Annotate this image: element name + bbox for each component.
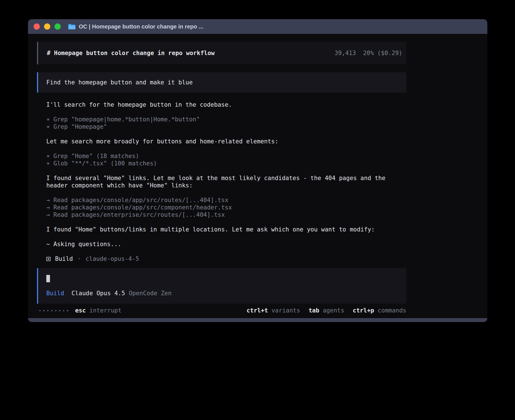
assistant-text: Let me search more broadly for buttons a…: [46, 138, 406, 145]
agent-name: Build: [55, 255, 73, 262]
titlebar: OC | Homepage button color change in rep…: [28, 19, 487, 34]
agent-status-line: Build · claude-opus-4-5: [46, 255, 406, 262]
status-bar: esc interrupt ctrl+t variants tab agents…: [37, 306, 406, 315]
context-percent: 20%: [363, 50, 374, 56]
session-title: # Homepage button color change in repo w…: [47, 50, 215, 56]
shortcut-agents: tab agents: [309, 307, 344, 314]
session-cost: ($0.29): [377, 50, 402, 56]
assistant-text: I'll search for the homepage button in t…: [46, 101, 406, 108]
tool-call-read: → Read packages/console/app/src/routes/[…: [46, 196, 406, 204]
agent-icon: [46, 257, 51, 261]
user-message-text: Find the homepage button and make it blu…: [46, 79, 193, 86]
window-title: OC | Homepage button color change in rep…: [79, 23, 203, 30]
terminal-window: OC | Homepage button color change in rep…: [28, 19, 487, 322]
model-label: Claude Opus 4.5: [71, 290, 125, 297]
provider-label: OpenCode Zen: [129, 290, 172, 297]
minimize-button[interactable]: [44, 23, 50, 30]
spinner-icon: [39, 310, 68, 311]
assistant-transcript: I'll search for the homepage button in t…: [46, 101, 406, 262]
token-count: 39,413: [335, 50, 356, 56]
tool-call-grep: ∗ Grep "Home" (18 matches): [46, 152, 406, 160]
user-message: Find the homepage button and make it blu…: [37, 72, 406, 93]
agent-model: claude-opus-4-5: [86, 255, 139, 262]
terminal-content: # Homepage button color change in repo w…: [28, 34, 487, 318]
tool-call-group: ∗ Grep "homepage|home.*button|Home.*butt…: [46, 116, 406, 130]
text-cursor: [46, 275, 50, 282]
tool-call-group: → Read packages/console/app/src/routes/[…: [46, 196, 406, 218]
close-button[interactable]: [34, 23, 40, 30]
prompt-input[interactable]: Build Claude Opus 4.5 OpenCode Zen: [37, 268, 406, 304]
shortcut-variants: ctrl+t variants: [246, 307, 300, 314]
tool-call-grep: ∗ Grep "Homepage": [46, 123, 406, 130]
tool-call-group: ∗ Grep "Home" (18 matches) ∗ Glob "**/*.…: [46, 152, 406, 167]
tool-call-read: → Read packages/enterprise/src/routes/[.…: [46, 211, 406, 218]
working-status: ~ Asking questions...: [46, 240, 406, 248]
agent-separator: ·: [77, 255, 81, 262]
tool-call-glob: ∗ Glob "**/*.tsx" (100 matches): [46, 160, 406, 167]
assistant-text: I found several "Home" links. Let me loo…: [46, 174, 406, 189]
mode-label: Build: [46, 290, 64, 297]
session-stats: 39,413 20% ($0.29): [335, 50, 402, 56]
tool-call-read: → Read packages/console/app/src/componen…: [46, 204, 406, 211]
assistant-text: I found "Home" buttons/links in multiple…: [46, 226, 406, 233]
shortcut-commands: ctrl+p commands: [353, 307, 406, 314]
shortcut-interrupt: esc interrupt: [75, 307, 121, 314]
zoom-button[interactable]: [54, 23, 61, 30]
folder-icon: [68, 24, 76, 30]
session-header: # Homepage button color change in repo w…: [37, 42, 406, 64]
traffic-lights: [34, 23, 61, 30]
input-meta: Build Claude Opus 4.5 OpenCode Zen: [46, 290, 398, 297]
tool-call-grep: ∗ Grep "homepage|home.*button|Home.*butt…: [46, 116, 406, 123]
